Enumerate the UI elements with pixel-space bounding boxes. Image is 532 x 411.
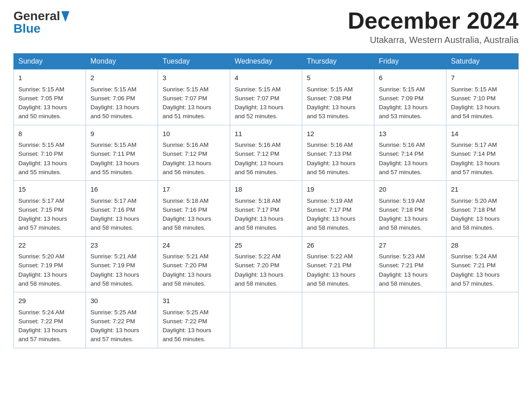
daylight-label: Daylight: 13 hoursand 56 minutes.: [163, 160, 211, 176]
sunset-label: Sunset: 7:08 PM: [307, 95, 352, 102]
day-number: 12: [307, 129, 369, 139]
sunrise-label: Sunrise: 5:20 AM: [451, 197, 497, 204]
daylight-label: Daylight: 13 hoursand 57 minutes.: [18, 215, 67, 231]
day-number: 22: [18, 240, 81, 251]
sunrise-label: Sunrise: 5:22 AM: [307, 253, 353, 260]
calendar-table: Sunday Monday Tuesday Wednesday Thursday…: [13, 53, 519, 348]
sunrise-label: Sunrise: 5:16 AM: [307, 141, 353, 148]
day-number: 17: [163, 184, 225, 195]
day-number: 10: [163, 129, 225, 139]
sunset-label: Sunset: 7:21 PM: [307, 262, 352, 269]
day-number: 6: [379, 73, 442, 83]
sunrise-label: Sunrise: 5:20 AM: [18, 253, 64, 260]
calendar-cell: 19 Sunrise: 5:19 AM Sunset: 7:17 PM Dayl…: [302, 181, 374, 237]
header: General Blue December 2024 Utakarra, Wes…: [13, 9, 519, 45]
sunset-label: Sunset: 7:09 PM: [379, 95, 424, 102]
day-number: 7: [451, 73, 514, 83]
calendar-cell: 29 Sunrise: 5:24 AM Sunset: 7:22 PM Dayl…: [14, 292, 86, 348]
sunset-label: Sunset: 7:21 PM: [451, 262, 496, 269]
calendar-week-row: 8 Sunrise: 5:15 AM Sunset: 7:10 PM Dayli…: [14, 125, 519, 181]
col-monday: Monday: [86, 54, 158, 69]
sunrise-label: Sunrise: 5:15 AM: [90, 86, 137, 93]
calendar-cell: 2 Sunrise: 5:15 AM Sunset: 7:06 PM Dayli…: [86, 69, 158, 125]
calendar-cell: 10 Sunrise: 5:16 AM Sunset: 7:12 PM Dayl…: [158, 125, 230, 181]
sunset-label: Sunset: 7:10 PM: [451, 95, 496, 102]
day-number: 31: [163, 296, 225, 306]
calendar-cell: 25 Sunrise: 5:22 AM Sunset: 7:20 PM Dayl…: [230, 236, 302, 292]
daylight-label: Daylight: 13 hoursand 58 minutes.: [379, 271, 428, 287]
calendar-cell: 17 Sunrise: 5:18 AM Sunset: 7:16 PM Dayl…: [158, 181, 230, 237]
daylight-label: Daylight: 13 hoursand 58 minutes.: [307, 271, 356, 287]
day-number: 1: [18, 73, 81, 83]
calendar-cell: 6 Sunrise: 5:15 AM Sunset: 7:09 PM Dayli…: [374, 69, 446, 125]
logo: General Blue: [13, 9, 69, 36]
col-wednesday: Wednesday: [230, 54, 302, 69]
calendar-cell: 7 Sunrise: 5:15 AM Sunset: 7:10 PM Dayli…: [446, 69, 519, 125]
location-subtitle: Utakarra, Western Australia, Australia: [348, 35, 519, 45]
daylight-label: Daylight: 13 hoursand 52 minutes.: [235, 104, 283, 120]
day-number: 27: [379, 240, 442, 251]
daylight-label: Daylight: 13 hoursand 58 minutes.: [235, 215, 283, 231]
calendar-week-row: 15 Sunrise: 5:17 AM Sunset: 7:15 PM Dayl…: [14, 181, 519, 237]
calendar-cell: 21 Sunrise: 5:20 AM Sunset: 7:18 PM Dayl…: [446, 181, 519, 237]
sunset-label: Sunset: 7:10 PM: [18, 150, 63, 157]
day-number: 21: [451, 184, 514, 195]
daylight-label: Daylight: 13 hoursand 57 minutes.: [451, 271, 500, 287]
calendar-week-row: 29 Sunrise: 5:24 AM Sunset: 7:22 PM Dayl…: [14, 292, 519, 348]
sunset-label: Sunset: 7:14 PM: [379, 150, 424, 157]
sunset-label: Sunset: 7:22 PM: [18, 318, 63, 325]
day-number: 3: [163, 73, 225, 83]
daylight-label: Daylight: 13 hoursand 56 minutes.: [235, 160, 283, 176]
sunset-label: Sunset: 7:22 PM: [90, 318, 135, 325]
calendar-cell: [374, 292, 446, 348]
sunset-label: Sunset: 7:19 PM: [18, 262, 63, 269]
daylight-label: Daylight: 13 hoursand 57 minutes.: [90, 327, 139, 342]
sunrise-label: Sunrise: 5:15 AM: [18, 86, 64, 93]
daylight-label: Daylight: 13 hoursand 50 minutes.: [18, 104, 67, 120]
col-tuesday: Tuesday: [158, 54, 230, 69]
day-number: 28: [451, 240, 514, 251]
sunset-label: Sunset: 7:17 PM: [307, 206, 352, 213]
col-sunday: Sunday: [14, 54, 86, 69]
sunset-label: Sunset: 7:14 PM: [451, 150, 496, 157]
sunrise-label: Sunrise: 5:25 AM: [163, 309, 209, 316]
daylight-label: Daylight: 13 hoursand 54 minutes.: [451, 104, 500, 120]
calendar-cell: 26 Sunrise: 5:22 AM Sunset: 7:21 PM Dayl…: [302, 236, 374, 292]
sunrise-label: Sunrise: 5:17 AM: [451, 141, 497, 148]
sunrise-label: Sunrise: 5:23 AM: [379, 253, 425, 260]
day-number: 23: [90, 240, 153, 251]
calendar-cell: 24 Sunrise: 5:21 AM Sunset: 7:20 PM Dayl…: [158, 236, 230, 292]
day-number: 2: [90, 73, 153, 83]
sunrise-label: Sunrise: 5:21 AM: [90, 253, 137, 260]
day-number: 11: [235, 129, 297, 139]
day-number: 18: [235, 184, 297, 195]
sunrise-label: Sunrise: 5:15 AM: [307, 86, 353, 93]
month-title: December 2024: [348, 9, 519, 32]
calendar-cell: 4 Sunrise: 5:15 AM Sunset: 7:07 PM Dayli…: [230, 69, 302, 125]
sunset-label: Sunset: 7:22 PM: [163, 318, 207, 325]
calendar-cell: [446, 292, 519, 348]
daylight-label: Daylight: 13 hoursand 53 minutes.: [379, 104, 428, 120]
col-thursday: Thursday: [302, 54, 374, 69]
sunrise-label: Sunrise: 5:15 AM: [451, 86, 497, 93]
col-saturday: Saturday: [446, 54, 519, 69]
day-number: 20: [379, 184, 442, 195]
sunset-label: Sunset: 7:15 PM: [18, 206, 63, 213]
sunrise-label: Sunrise: 5:16 AM: [163, 141, 209, 148]
sunset-label: Sunset: 7:12 PM: [235, 150, 279, 157]
sunrise-label: Sunrise: 5:15 AM: [163, 86, 209, 93]
calendar-cell: 11 Sunrise: 5:16 AM Sunset: 7:12 PM Dayl…: [230, 125, 302, 181]
daylight-label: Daylight: 13 hoursand 58 minutes.: [163, 271, 211, 287]
sunrise-label: Sunrise: 5:16 AM: [379, 141, 425, 148]
daylight-label: Daylight: 13 hoursand 58 minutes.: [90, 215, 139, 231]
calendar-cell: 31 Sunrise: 5:25 AM Sunset: 7:22 PM Dayl…: [158, 292, 230, 348]
sunrise-label: Sunrise: 5:15 AM: [18, 141, 64, 148]
sunrise-label: Sunrise: 5:15 AM: [379, 86, 425, 93]
calendar-week-row: 1 Sunrise: 5:15 AM Sunset: 7:05 PM Dayli…: [14, 69, 519, 125]
day-number: 29: [18, 296, 81, 306]
sunset-label: Sunset: 7:13 PM: [307, 150, 352, 157]
day-number: 4: [235, 73, 297, 83]
calendar-cell: 9 Sunrise: 5:15 AM Sunset: 7:11 PM Dayli…: [86, 125, 158, 181]
daylight-label: Daylight: 13 hoursand 58 minutes.: [235, 271, 283, 287]
sunrise-label: Sunrise: 5:21 AM: [163, 253, 209, 260]
